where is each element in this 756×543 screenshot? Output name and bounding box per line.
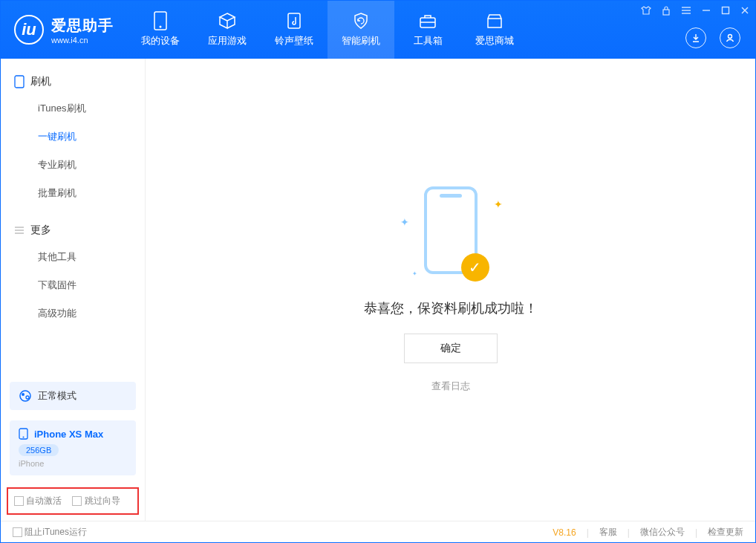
cube-icon (218, 12, 236, 30)
svg-point-13 (729, 35, 732, 39)
ok-button[interactable]: 确定 (404, 334, 498, 363)
shield-refresh-icon (352, 12, 370, 30)
sidebar-item-pro-flash[interactable]: 专业刷机 (1, 151, 145, 179)
tab-smart-flash[interactable]: 智能刷机 (328, 1, 394, 59)
tab-toolbox[interactable]: 工具箱 (394, 1, 461, 59)
mode-indicator[interactable]: 正常模式 (10, 382, 136, 410)
sidebar-item-other-tools[interactable]: 其他工具 (1, 243, 145, 271)
device-storage-badge: 256GB (19, 444, 59, 456)
opt-label: 自动激活 (26, 495, 62, 506)
tab-label: 工具箱 (414, 34, 443, 48)
svg-point-19 (22, 393, 25, 396)
window-controls (641, 5, 749, 16)
sidebar-item-advanced[interactable]: 高级功能 (1, 299, 145, 328)
skip-guide-checkbox[interactable]: 跳过向导 (72, 495, 120, 507)
logo-area: iu 爱思助手 www.i4.cn (1, 15, 127, 45)
svg-rect-10 (723, 7, 729, 14)
block-itunes-checkbox[interactable]: 阻止iTunes运行 (13, 526, 87, 539)
mode-label: 正常模式 (38, 389, 76, 403)
sparkle-icon: ✦ (400, 216, 409, 228)
close-button[interactable] (740, 6, 749, 15)
mode-icon (19, 389, 32, 403)
check-badge-icon: ✓ (461, 253, 489, 282)
status-bar: 阻止iTunes运行 V8.16 | 客服 | 微信公众号 | 检查更新 (1, 521, 755, 543)
device-info[interactable]: iPhone XS Max 256GB iPhone (10, 420, 136, 475)
sidebar: 刷机 iTunes刷机 一键刷机 专业刷机 批量刷机 更多 其他工具 下载固件 … (1, 59, 146, 521)
customer-service-link[interactable]: 客服 (599, 526, 617, 539)
store-icon (486, 12, 504, 30)
success-message: 恭喜您，保资料刷机成功啦！ (364, 299, 538, 317)
footer-block-label: 阻止iTunes运行 (25, 527, 87, 537)
sparkle-icon: ✦ (412, 270, 417, 277)
menu-icon[interactable] (681, 6, 691, 15)
user-button[interactable] (720, 27, 740, 48)
device-name-label: iPhone XS Max (34, 429, 103, 440)
wechat-link[interactable]: 微信公众号 (640, 526, 685, 539)
version-label: V8.16 (553, 527, 576, 538)
flash-options-row: 自动激活 跳过向导 (7, 487, 139, 515)
svg-point-1 (160, 26, 162, 28)
app-header: iu 爱思助手 www.i4.cn 我的设备 应用游戏 铃声壁纸 智能刷机 工具… (1, 1, 755, 59)
check-update-link[interactable]: 检查更新 (708, 526, 743, 539)
app-title: 爱思助手 (51, 16, 114, 36)
tab-label: 爱思商城 (475, 34, 514, 48)
tab-ringtones[interactable]: 铃声壁纸 (261, 1, 328, 59)
tab-label: 我的设备 (141, 34, 180, 48)
opt-label: 跳过向导 (85, 495, 120, 506)
header-action-icons (685, 27, 740, 48)
sidebar-item-download-firmware[interactable]: 下载固件 (1, 271, 145, 299)
success-illustration: ✦ ✦ ✦ ✓ (391, 186, 510, 283)
sidebar-section-more: 更多 (1, 218, 145, 243)
main-content: ✦ ✦ ✦ ✓ 恭喜您，保资料刷机成功啦！ 确定 查看日志 (146, 59, 755, 521)
device-icon (19, 428, 28, 440)
sidebar-item-oneclick-flash[interactable]: 一键刷机 (1, 123, 145, 151)
device-type-label: iPhone (19, 459, 127, 468)
minimize-button[interactable] (702, 6, 711, 15)
device-icon (151, 12, 169, 30)
tab-my-device[interactable]: 我的设备 (127, 1, 194, 59)
svg-rect-2 (288, 13, 300, 28)
toolbox-icon (419, 12, 437, 30)
section-label: 更多 (30, 224, 51, 237)
tab-apps[interactable]: 应用游戏 (194, 1, 261, 59)
music-icon (285, 12, 303, 30)
sparkle-icon: ✦ (494, 198, 503, 210)
sidebar-item-itunes-flash[interactable]: iTunes刷机 (1, 94, 145, 123)
app-subtitle: www.i4.cn (51, 36, 114, 45)
download-button[interactable] (685, 27, 706, 48)
lock-icon[interactable] (662, 5, 671, 16)
tab-label: 铃声壁纸 (275, 34, 313, 48)
tab-label: 智能刷机 (342, 34, 380, 48)
svg-point-18 (20, 391, 30, 401)
svg-rect-5 (663, 10, 669, 15)
phone-outline-icon (14, 75, 25, 88)
app-logo-icon: iu (14, 15, 44, 45)
view-log-link[interactable]: 查看日志 (431, 380, 470, 393)
shirt-icon[interactable] (641, 5, 651, 16)
auto-activate-checkbox[interactable]: 自动激活 (14, 495, 62, 507)
svg-point-20 (26, 396, 29, 399)
svg-point-22 (23, 437, 25, 438)
svg-rect-14 (15, 76, 24, 88)
maximize-button[interactable] (721, 6, 730, 15)
tab-label: 应用游戏 (208, 34, 247, 48)
list-icon (14, 226, 25, 235)
sidebar-section-flash: 刷机 (1, 69, 145, 94)
section-label: 刷机 (30, 75, 51, 88)
tab-store[interactable]: 爱思商城 (461, 1, 528, 59)
sidebar-item-batch-flash[interactable]: 批量刷机 (1, 179, 145, 207)
nav-tabs: 我的设备 应用游戏 铃声壁纸 智能刷机 工具箱 爱思商城 (127, 1, 528, 59)
